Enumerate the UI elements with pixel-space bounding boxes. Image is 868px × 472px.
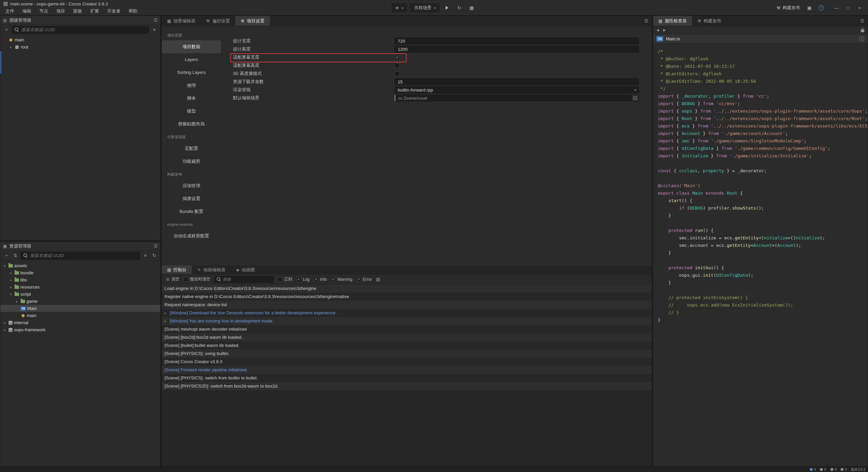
menu-item[interactable]: 扩展 xyxy=(86,7,103,15)
lock-icon[interactable] xyxy=(861,29,864,32)
tree-node[interactable]: ▸game xyxy=(0,298,160,305)
menu-item[interactable]: 开发者 xyxy=(103,7,124,15)
tab-scene-editor[interactable]: ▦场景编辑器 xyxy=(162,16,201,26)
assets-search-input[interactable] xyxy=(30,253,137,258)
console-search-input[interactable] xyxy=(223,277,271,282)
menu-item[interactable]: 面板 xyxy=(69,7,86,15)
menu-item[interactable]: 帮助 xyxy=(124,7,141,15)
expand-arrow-icon[interactable]: ▸ xyxy=(15,300,19,303)
asset-picker-button[interactable] xyxy=(631,95,639,101)
settings-category-project-data[interactable]: 项目数据 xyxy=(162,40,221,53)
tree-node[interactable]: TSMain xyxy=(0,305,160,312)
settings-category-compress-texture[interactable]: 压缩纹理 xyxy=(162,179,221,192)
gallery-button[interactable]: ▣ xyxy=(805,3,814,12)
scene-select[interactable]: 当前场景 ▾ xyxy=(410,3,439,12)
refresh-button[interactable]: ↻ xyxy=(455,3,464,12)
tree-node[interactable]: ▸internal xyxy=(0,319,160,326)
settings-category-model[interactable]: 模型 xyxy=(162,105,221,118)
regex-checkbox[interactable] xyxy=(278,277,282,282)
tab-anim-editor[interactable]: ✎动画编辑器 xyxy=(192,266,231,274)
settings-category-bundle-config[interactable]: Bundle 配置 xyxy=(162,205,221,218)
settings-category-layers[interactable]: Layers xyxy=(162,53,221,66)
log-row[interactable]: [Scene] [PHYSICS]: switch from builtin t… xyxy=(162,374,652,382)
menu-item[interactable]: 文件 xyxy=(1,7,18,15)
expand-arrow-icon[interactable]: ▸ xyxy=(8,286,13,289)
tab-preferences[interactable]: ⚒偏好设置 xyxy=(201,16,235,26)
info-icon[interactable]: i xyxy=(859,36,864,41)
tab-anim-graph[interactable]: ◈动画图 xyxy=(231,266,260,274)
log-row[interactable]: ▸[Window] Download the Vue Devtools exte… xyxy=(162,309,652,317)
clear-console-button[interactable]: ⊘ 清空 xyxy=(166,276,179,282)
panel-menu-icon[interactable]: ☰ xyxy=(860,18,864,23)
expand-arrow-icon[interactable]: ▸ xyxy=(8,278,13,282)
layout-button[interactable]: ▦ xyxy=(467,3,476,12)
menu-item[interactable]: 节点 xyxy=(35,7,52,15)
menu-item[interactable]: 编辑 xyxy=(18,7,35,15)
field-download-concurrency[interactable] xyxy=(395,78,639,85)
tree-node[interactable]: main xyxy=(0,36,160,43)
panel-menu-icon[interactable]: ☰ xyxy=(644,18,648,23)
add-node-button[interactable]: + xyxy=(3,26,10,33)
expand-arrow-icon[interactable]: ▸ xyxy=(8,45,13,49)
settings-category-sorting-layers[interactable]: Sorting Layers xyxy=(162,66,221,79)
checkbox-info[interactable]: ✓ xyxy=(314,277,318,282)
log-row[interactable]: [Scene] [box2d]:box2d wasm lib loaded. xyxy=(162,333,652,341)
preview-target-select[interactable]: ✈ ▾ xyxy=(392,3,407,12)
expand-arrow-icon[interactable]: ▾ xyxy=(8,293,13,296)
tree-node[interactable]: ▾assets xyxy=(0,262,160,269)
settings-category-macro-config[interactable]: 宏配置 xyxy=(162,142,221,155)
hierarchy-filter-button[interactable]: ≡ xyxy=(151,26,158,33)
minimize-button[interactable]: — xyxy=(831,3,842,12)
tree-node[interactable]: ▸root xyxy=(0,43,160,51)
tree-node[interactable]: ▸resources xyxy=(0,283,160,291)
build-button[interactable]: ⚒ 构建发布 xyxy=(776,5,800,11)
log-row[interactable]: [Scene] Forward render pipeline initiali… xyxy=(162,366,652,374)
tree-node[interactable]: main xyxy=(0,312,160,319)
log-row[interactable]: Request namespace: device-list xyxy=(162,301,652,309)
expand-arrow-icon[interactable]: ▸ xyxy=(2,328,7,332)
log-row[interactable]: Load engine in D:\Cocos Editors\Creator\… xyxy=(162,284,652,293)
checkbox-fit-height[interactable] xyxy=(395,63,400,68)
status-warning[interactable]: 0 xyxy=(841,468,847,471)
settings-category-skeleton-atlas[interactable]: 骨骼贴图布局 xyxy=(162,118,221,131)
settings-category-auto-material[interactable]: 自动生成材质配置 xyxy=(162,230,221,242)
panel-menu-icon[interactable]: ☰ xyxy=(154,18,158,23)
expand-arrow-icon[interactable]: ▸ xyxy=(164,317,169,325)
clear-on-preview-checkbox[interactable] xyxy=(183,277,188,282)
log-row[interactable]: Register native engine in D:\Cocos Edito… xyxy=(162,293,652,301)
field-design-width[interactable] xyxy=(395,38,639,44)
assets-refresh-button[interactable]: ↻ xyxy=(151,252,158,259)
expand-arrow-icon[interactable]: ▸ xyxy=(8,271,13,275)
log-row[interactable]: [Scene] meshopt wasm decoder initialized xyxy=(162,325,652,333)
log-row[interactable]: ▸[Window] You are running Vue in develop… xyxy=(162,317,652,325)
settings-category-physics[interactable]: 物理 xyxy=(162,79,221,92)
checkbox-hq-3d[interactable] xyxy=(395,71,400,76)
log-row[interactable]: [Scene] Cocos Creator v3.8.3 xyxy=(162,358,652,366)
status-info[interactable]: 0 xyxy=(820,468,826,471)
checkbox-log[interactable]: ✓ xyxy=(296,277,301,282)
tab-project-settings[interactable]: ⚙项目设置 xyxy=(235,16,270,26)
checkbox-fit-width[interactable]: ✓ xyxy=(395,55,400,60)
tree-node[interactable]: ▸libs xyxy=(0,276,160,283)
settings-category-feature-crop[interactable]: 功能裁剪 xyxy=(162,155,221,168)
tree-node[interactable]: ▸bundle xyxy=(0,269,160,276)
tab-build[interactable]: ⚒构建发布 xyxy=(692,16,727,26)
back-button[interactable]: ◀ xyxy=(656,28,659,32)
tab-console[interactable]: ▤控制台 xyxy=(162,266,192,274)
menu-item[interactable]: 项目 xyxy=(52,7,69,15)
tab-inspector[interactable]: ▤属性检查器 xyxy=(653,16,692,26)
log-row[interactable]: [Scene] [bullet]:bullet wasm lib loaded. xyxy=(162,341,652,350)
assets-filter-button[interactable]: ≡ xyxy=(142,252,149,259)
log-row[interactable]: [Scene] [PHYSICS2D]: switch from box2d-w… xyxy=(162,382,652,390)
settings-category-scripts[interactable]: 脚本 xyxy=(162,92,221,105)
add-asset-button[interactable]: + xyxy=(3,252,10,259)
field-default-scene[interactable]: cc.SceneAsset xyxy=(395,95,639,101)
select-render-pipeline[interactable]: builtin-forward.rpp▾ xyxy=(395,86,639,93)
hierarchy-search-input[interactable] xyxy=(21,27,146,32)
close-button[interactable]: × xyxy=(854,3,865,12)
expand-arrow-icon[interactable]: ▸ xyxy=(2,321,7,324)
status-message[interactable]: 3 xyxy=(810,468,816,471)
panel-menu-icon[interactable]: ☰ xyxy=(154,243,158,249)
settings-category-splash-setting[interactable]: 插屏设置 xyxy=(162,192,221,205)
status-error[interactable]: 0 xyxy=(830,468,837,471)
